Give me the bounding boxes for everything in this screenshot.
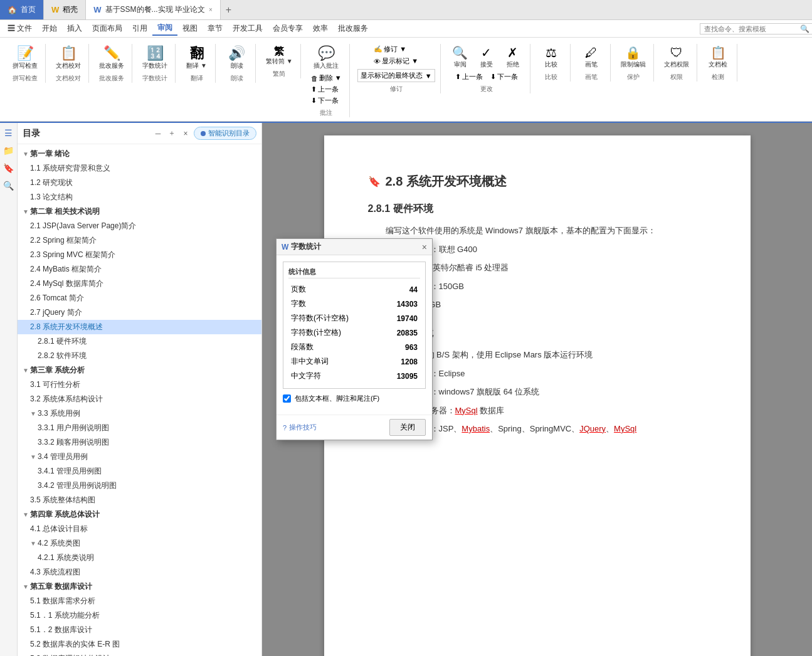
toc-icon[interactable]: ☰ — [4, 128, 13, 138]
doc-compare-btn[interactable]: 📋 文档校对 — [53, 44, 83, 71]
draw-btn[interactable]: 🖊 画笔 — [579, 44, 603, 70]
toc-toggle[interactable]: ▼ — [30, 410, 36, 417]
toc-toggle[interactable]: ▼ — [23, 367, 29, 374]
wordcount-btn[interactable]: 🔢 字数统计 — [140, 44, 170, 71]
menu-efficiency[interactable]: 效率 — [308, 22, 333, 35]
toc-item[interactable]: 3.1 可行性分析 — [18, 378, 261, 392]
menu-member[interactable]: 会员专享 — [268, 22, 308, 35]
menu-layout[interactable]: 页面布局 — [87, 22, 127, 35]
toc-item[interactable]: 5.1．1 系统功能分析 — [18, 608, 261, 623]
sidebar-collapse-btn[interactable]: ─ — [152, 128, 164, 139]
show-markup-btn[interactable]: 👁显示标记 ▼ — [371, 56, 421, 66]
revise-btn[interactable]: ✏️ 批改服务 — [97, 44, 127, 71]
toc-toggle[interactable]: ▼ — [23, 511, 29, 518]
toc-item[interactable]: 3.3.1 用户用例说明图 — [18, 421, 261, 435]
toc-item[interactable]: ▼ 3.3 系统用例 — [18, 406, 261, 421]
toc-item[interactable]: 5.2 数据库表的实体 E-R 图 — [18, 637, 261, 652]
toc-item[interactable]: 2.3 Spring MVC 框架简介 — [18, 248, 261, 262]
toc-item[interactable]: 2.7 jQuery 简介 — [18, 305, 261, 320]
toc-item[interactable]: 3.4.2 管理员用例说明图 — [18, 479, 261, 493]
toc-item[interactable]: ▼ 第一章 绪论 — [18, 147, 261, 161]
menu-dev[interactable]: 开发工具 — [228, 22, 268, 35]
toc-item[interactable]: 5.1 数据库需求分析 — [18, 594, 261, 608]
toc-toggle[interactable]: ▼ — [23, 208, 29, 215]
toc-item[interactable]: 1.1 系统研究背景和意义 — [18, 161, 261, 176]
toc-toggle[interactable]: ▼ — [30, 540, 36, 547]
toc-item[interactable]: ▼ 4.2 系统类图 — [18, 536, 261, 551]
compare-btn[interactable]: ⚖ 比较 — [539, 44, 563, 70]
doccheck-btn[interactable]: 📋 文档检 — [706, 44, 730, 70]
toc-item[interactable]: 3.5 系统整体结构图 — [18, 493, 261, 507]
prev-change-btn[interactable]: ⬆上一条 — [453, 71, 485, 82]
tab-add-btn[interactable]: + — [221, 4, 236, 16]
toc-item[interactable]: 4.3 系统流程图 — [18, 565, 261, 579]
toc-item[interactable]: 3.2 系统体系结构设计 — [18, 392, 261, 406]
translate-btn[interactable]: 翻 翻译 ▼ — [184, 44, 209, 71]
rights-btn[interactable]: 🛡 文档权限 — [662, 44, 692, 70]
toc-item[interactable]: 2.1 JSP(Java Server Page)简介 — [18, 219, 261, 233]
search-sidebar-icon[interactable]: 🔍 — [3, 181, 14, 191]
toc-item[interactable]: ▼ 第四章 系统总体设计 — [18, 507, 261, 522]
menu-insert[interactable]: 插入 — [62, 22, 87, 35]
sidebar-expand-btn[interactable]: ＋ — [166, 128, 177, 139]
menu-ref[interactable]: 引用 — [127, 22, 152, 35]
tab-close-btn[interactable]: × — [209, 6, 213, 13]
toc-toggle[interactable]: ▼ — [23, 151, 29, 157]
dialog-section-label: 统计信息 — [288, 267, 420, 278]
tab-wps[interactable]: W 稻壳 — [44, 0, 86, 19]
next-change-btn[interactable]: ⬇下一条 — [488, 71, 520, 82]
toc-item[interactable]: 5.3 数据库逻辑结构设计 — [18, 652, 261, 656]
tab-doc-label: 基于SSM的餐...实现 毕业论文 — [105, 4, 205, 15]
toc-item[interactable]: ▼ 第五章 数据库设计 — [18, 579, 261, 594]
menu-file[interactable]: ☰ 文件 — [3, 22, 37, 35]
toc-toggle[interactable]: ▼ — [23, 583, 29, 590]
menu-view[interactable]: 视图 — [177, 22, 203, 35]
smart-toc-btn[interactable]: 智能识别目录 — [194, 127, 256, 140]
restrict-btn[interactable]: 🔒 限制编辑 — [618, 44, 648, 70]
toc-item[interactable]: 3.3.2 顾客用例说明图 — [18, 435, 261, 450]
help-link[interactable]: ? 操作技巧 — [283, 423, 317, 432]
bookmark-icon[interactable]: 🔖 — [3, 163, 14, 173]
next-note-btn[interactable]: ⬇下一条 — [308, 95, 344, 106]
delete-btn[interactable]: 🗑删除 ▼ — [308, 73, 344, 83]
dialog-close-btn[interactable]: × — [422, 242, 427, 252]
toc-item[interactable]: 2.8 系统开发环境概述 — [18, 320, 261, 334]
toc-item[interactable]: 1.2 研究现状 — [18, 176, 261, 190]
menu-chapter[interactable]: 章节 — [203, 22, 228, 35]
tab-home[interactable]: 🏠 首页 — [0, 0, 44, 19]
toc-item[interactable]: 2.8.2 软件环境 — [18, 349, 261, 363]
toc-item[interactable]: 2.2 Spring 框架简介 — [18, 233, 261, 248]
reject-btn[interactable]: ✗ 拒绝 — [501, 44, 525, 70]
menu-start[interactable]: 开始 — [37, 22, 62, 35]
tab-doc[interactable]: W 基于SSM的餐...实现 毕业论文 × — [86, 0, 220, 19]
toc-item[interactable]: 1.3 论文结构 — [18, 190, 261, 204]
insert-note-btn[interactable]: 💬 插入批注 — [311, 44, 341, 71]
toc-item[interactable]: 2.4 MySql 数据库简介 — [18, 277, 261, 291]
track-btn[interactable]: ✍修订 ▼ — [371, 44, 421, 55]
toc-item[interactable]: 2.8.1 硬件环境 — [18, 334, 261, 349]
folder-icon[interactable]: 📁 — [3, 145, 14, 156]
prev-note-btn[interactable]: ⬆上一条 — [308, 84, 344, 95]
toc-item[interactable]: ▼ 3.4 管理员用例 — [18, 450, 261, 464]
toc-item[interactable]: 2.4 MyBatis 框架简介 — [18, 262, 261, 277]
toc-item[interactable]: 4.2.1 系统类说明 — [18, 551, 261, 565]
toc-item[interactable]: ▼ 第三章 系统分析 — [18, 363, 261, 378]
display-status-dropdown[interactable]: ▼ — [425, 72, 432, 80]
toc-item[interactable]: ▼ 第二章 相关技术说明 — [18, 204, 261, 219]
toc-toggle[interactable]: ▼ — [30, 453, 36, 460]
toc-item[interactable]: 3.4.1 管理员用例图 — [18, 464, 261, 479]
simplified-btn[interactable]: 繁 繁转简 ▼ — [263, 44, 295, 67]
menu-review-service[interactable]: 批改服务 — [333, 22, 373, 35]
menu-review[interactable]: 审阅 — [152, 21, 177, 36]
dialog-close-button[interactable]: 关闭 — [389, 419, 426, 436]
search-input[interactable] — [700, 23, 812, 34]
sidebar-close-btn[interactable]: × — [180, 128, 191, 139]
toc-item[interactable]: 2.6 Tomcat 简介 — [18, 291, 261, 305]
review-btn[interactable]: 🔍 审阅 — [448, 44, 472, 70]
read-btn[interactable]: 🔊 朗读 — [225, 44, 249, 71]
toc-item[interactable]: 4.1 总体设计目标 — [18, 522, 261, 536]
include-textbox-checkbox[interactable] — [283, 394, 291, 403]
spell-check-btn[interactable]: 📝 拼写检查 — [10, 44, 40, 71]
toc-item[interactable]: 5.1．2 数据库设计 — [18, 623, 261, 637]
accept-btn[interactable]: ✓ 接受 — [475, 44, 498, 70]
